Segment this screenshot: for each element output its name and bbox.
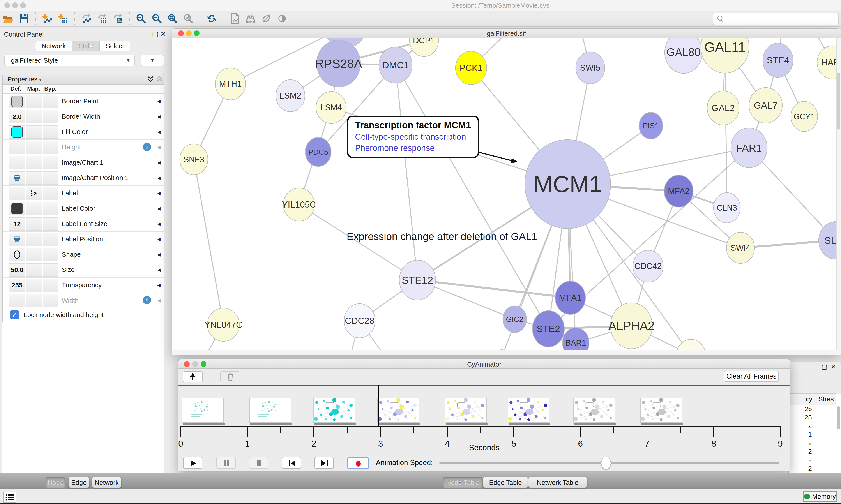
node-ste2[interactable]: STE2 xyxy=(532,311,565,347)
zoom-out-button[interactable] xyxy=(151,13,163,25)
search-binoculars-button[interactable] xyxy=(245,13,257,25)
property-map-cell[interactable] xyxy=(26,294,42,307)
close-panel-icon[interactable]: ✕ xyxy=(160,30,166,38)
property-def-cell[interactable]: 255 xyxy=(9,279,25,292)
node-gic2[interactable]: GIC2 xyxy=(503,306,526,332)
expand-property-icon[interactable]: ◂ xyxy=(157,97,161,105)
property-def-cell[interactable] xyxy=(9,156,25,169)
import-network-button[interactable] xyxy=(41,13,53,25)
frame-thumbnail-4s[interactable] xyxy=(445,398,487,422)
property-byp-cell[interactable] xyxy=(43,110,58,123)
property-byp-cell[interactable] xyxy=(43,294,58,307)
show-panels-button[interactable] xyxy=(3,492,16,503)
node-dmc1[interactable]: DMC1 xyxy=(379,47,412,83)
property-byp-cell[interactable] xyxy=(43,233,58,246)
close-window-icon[interactable] xyxy=(4,2,10,8)
table-row[interactable]: 2 xyxy=(789,422,836,431)
annotation-link[interactable]: Cell-type-specific transcription xyxy=(355,132,478,142)
float-panel-icon[interactable]: ▢ xyxy=(822,363,827,371)
horizontal-scrollbar[interactable] xyxy=(172,350,841,355)
property-def-cell[interactable] xyxy=(9,95,25,108)
property-byp-cell[interactable] xyxy=(43,156,58,169)
frame-thumbnail-0s[interactable] xyxy=(182,398,224,422)
property-byp-cell[interactable] xyxy=(43,141,58,154)
annotation-box[interactable]: Transcription factor MCM1 Cell-type-spec… xyxy=(347,115,479,158)
property-row-size[interactable]: 50.0Size◂ xyxy=(3,262,164,277)
expand-property-icon[interactable]: ◂ xyxy=(157,296,161,304)
expand-property-icon[interactable]: ◂ xyxy=(157,189,161,197)
node-dcp1[interactable]: DCP1 xyxy=(410,38,439,56)
expand-property-icon[interactable]: ◂ xyxy=(157,250,161,258)
property-def-cell[interactable] xyxy=(9,187,25,200)
skip-to-start-button[interactable] xyxy=(282,457,301,469)
node-cln3[interactable]: CLN3 xyxy=(714,193,740,223)
property-row-label-color[interactable]: Label Color◂ xyxy=(3,201,164,216)
property-map-cell[interactable] xyxy=(26,110,42,123)
node-far1[interactable]: FAR1 xyxy=(731,128,767,168)
minimize-window-icon[interactable] xyxy=(12,2,18,8)
style-selector[interactable]: galFiltered Style ▾ xyxy=(4,55,135,66)
property-def-cell[interactable]: 12 xyxy=(9,217,25,231)
position-icon[interactable] xyxy=(9,172,25,184)
ellipse-icon[interactable] xyxy=(9,248,25,261)
property-def-cell[interactable] xyxy=(9,294,25,307)
frame-thumbnail-1s[interactable] xyxy=(249,398,291,422)
node-pis1[interactable]: PIS1 xyxy=(639,112,663,139)
property-row-border-paint[interactable]: Border Paint◂ xyxy=(3,94,164,109)
export-network-button[interactable] xyxy=(80,13,92,25)
add-frame-button[interactable] xyxy=(183,371,203,382)
property-def-cell[interactable]: 2.0 xyxy=(9,110,25,123)
style-options-button[interactable]: ▾ xyxy=(141,55,164,66)
property-def-cell[interactable] xyxy=(9,141,25,154)
frame-thumbnail-7s[interactable] xyxy=(640,398,682,422)
node-rps28a[interactable]: RPS28A xyxy=(315,40,362,87)
position-icon[interactable] xyxy=(9,233,25,246)
collapse-all-icon[interactable] xyxy=(147,76,154,83)
animation-speed-knob[interactable] xyxy=(601,457,611,469)
node-mcm1[interactable]: MCM1 xyxy=(525,140,611,229)
node-lsm2[interactable]: LSM2 xyxy=(276,80,305,112)
record-button[interactable] xyxy=(347,457,369,469)
node-ste12[interactable]: STE12 xyxy=(399,260,435,300)
property-map-cell[interactable] xyxy=(26,202,42,215)
node-ste4[interactable]: STE4 xyxy=(763,43,793,77)
frame-thumbnail-5s[interactable] xyxy=(508,398,550,422)
property-byp-cell[interactable] xyxy=(43,172,58,184)
property-row-label-position[interactable]: Label Position◂ xyxy=(3,232,164,247)
expand-property-icon[interactable]: ◂ xyxy=(157,143,161,151)
frame-thumbnail-2s[interactable] xyxy=(314,398,355,422)
property-row-image-chart-position-1[interactable]: Image/Chart Position 1◂ xyxy=(3,170,164,186)
property-map-cell[interactable] xyxy=(26,233,42,246)
tab-network[interactable]: Network xyxy=(35,41,72,51)
expand-property-icon[interactable]: ◂ xyxy=(157,204,161,212)
expand-property-icon[interactable]: ◂ xyxy=(157,159,161,166)
zoom-fit-button[interactable] xyxy=(166,13,179,25)
timeline-ruler[interactable] xyxy=(180,426,781,427)
node-cdc28[interactable]: CDC28 xyxy=(344,304,375,338)
property-byp-cell[interactable] xyxy=(43,248,58,261)
pause-button[interactable] xyxy=(216,457,236,469)
memory-button[interactable]: Memory xyxy=(803,491,837,502)
info-icon[interactable]: i xyxy=(143,296,151,304)
table-row[interactable]: 25 xyxy=(789,414,836,422)
vertical-scrollbar[interactable] xyxy=(836,38,841,350)
search-box[interactable] xyxy=(713,13,839,25)
scrollbar-thumb[interactable] xyxy=(837,73,840,130)
close-panel-icon[interactable]: ✕ xyxy=(831,363,836,371)
frame-thumbnail-6s[interactable] xyxy=(573,398,615,422)
table-row[interactable]: 2 xyxy=(789,448,836,456)
expand-property-icon[interactable]: ◂ xyxy=(157,112,161,120)
export-image-button[interactable] xyxy=(112,13,124,25)
column-stress[interactable]: Stres xyxy=(819,395,834,403)
annotation-link[interactable]: Pheromone response xyxy=(355,143,478,153)
search-input[interactable] xyxy=(725,15,831,23)
property-byp-cell[interactable] xyxy=(43,95,58,108)
node-mth1[interactable]: MTH1 xyxy=(215,68,246,100)
property-byp-cell[interactable] xyxy=(43,264,58,276)
tab-style[interactable]: Style xyxy=(72,41,100,51)
property-row-image-chart-1[interactable]: Image/Chart 1◂ xyxy=(3,155,164,170)
node-alpha2[interactable]: ALPHA2 xyxy=(608,303,655,349)
tab-network[interactable]: Network xyxy=(92,477,121,488)
table-row[interactable]: 2 xyxy=(789,465,836,473)
show-details-button[interactable] xyxy=(276,13,288,25)
